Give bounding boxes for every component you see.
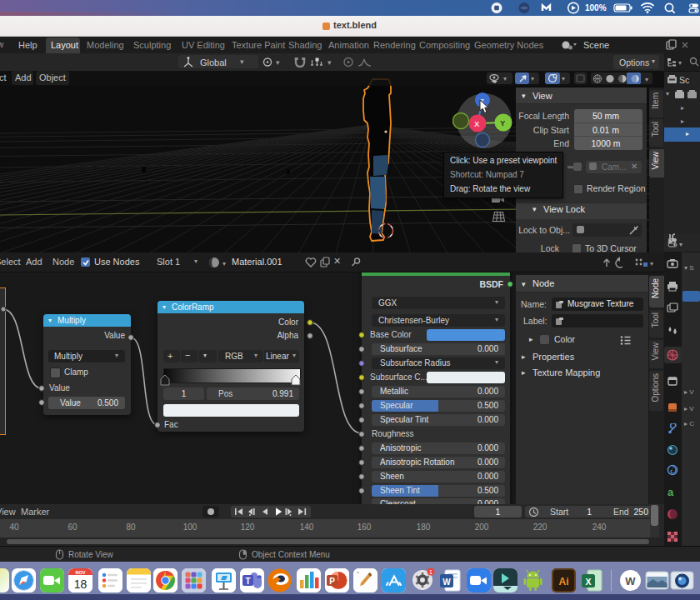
svg-text:▾: ▾ [645, 75, 648, 82]
svg-text:1: 1 [429, 569, 432, 575]
svg-text:NOV: NOV [76, 570, 86, 575]
svg-text:Ai: Ai [559, 576, 569, 588]
svg-text:X: X [585, 577, 591, 587]
svg-text:Y: Y [500, 118, 506, 128]
svg-text:▾: ▾ [650, 260, 653, 268]
svg-text:W: W [625, 575, 636, 588]
svg-text:X: X [474, 119, 480, 128]
svg-text:▾: ▾ [531, 75, 534, 82]
svg-text:W: W [442, 578, 451, 587]
svg-text:100%: 100% [585, 3, 607, 12]
svg-text:18: 18 [74, 578, 88, 591]
svg-text:▾: ▾ [679, 241, 682, 248]
svg-text:▾: ▾ [678, 59, 682, 67]
svg-text:▾: ▾ [562, 75, 565, 82]
svg-text:T: T [245, 577, 250, 586]
svg-text:“: “ [357, 570, 359, 578]
svg-text:▾: ▾ [503, 75, 507, 82]
svg-text:▾: ▾ [276, 58, 280, 67]
svg-text:▾: ▾ [222, 260, 226, 268]
svg-text:P: P [329, 577, 335, 586]
svg-text:▾: ▾ [328, 58, 332, 67]
